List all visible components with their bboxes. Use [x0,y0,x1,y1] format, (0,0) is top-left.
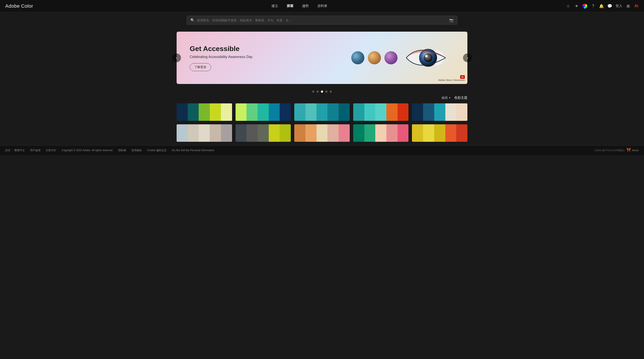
palette-swatch [353,124,364,142]
color-wheel-icon[interactable] [582,4,587,8]
nav-library[interactable]: 資料庫 [318,4,327,8]
palette-card[interactable] [294,124,350,142]
login-button[interactable]: 登入 [616,4,622,8]
palette-swatch [246,103,258,121]
palette-swatch [456,103,468,121]
hero-subtitle: Celebrating Accessibility Awareness Day [190,55,252,59]
help-icon[interactable]: ? [591,4,596,8]
footer: 語言： 繁體中文 用戶論壇 社群方針 Copyright © 2022 Adob… [0,145,644,155]
nav-trends[interactable]: 趨勢 [302,4,309,8]
palette-card[interactable] [236,124,291,142]
footer-lang: 語言： 繁體中文 [5,149,25,152]
palette-swatch [210,124,221,142]
palette-swatch [188,103,199,121]
palette-swatch [269,103,280,121]
svg-point-1 [424,53,432,62]
palette-swatch [375,103,386,121]
hero-section: ‹ Get Accessible Celebrating Accessibili… [176,32,468,84]
chevron-down-icon: ▼ [448,97,451,99]
palette-swatch [445,103,456,121]
palette-swatch [386,124,398,142]
palette-swatch [269,124,280,142]
palette-swatch [176,103,188,121]
hero-balls [351,51,398,64]
palette-swatch [338,124,350,142]
footer-forum-link[interactable]: 用戶論壇 [30,149,40,152]
chat-icon[interactable]: 💬 [607,4,612,8]
hero-content: Get Accessible Celebrating Accessibility… [176,36,266,80]
adobe-label: Adobe [632,149,639,152]
palette-swatch [221,103,232,121]
palette-swatch [236,103,247,121]
nav-create[interactable]: 建立 [272,4,278,8]
nav-explore[interactable]: 探索 [287,4,294,8]
apps-icon[interactable]: ⊞ [626,4,630,8]
palette-swatch [398,103,409,121]
app-logo: Adobe Color [5,3,33,9]
palette-swatch [412,124,423,142]
adobe-icon[interactable]: Ai [634,4,639,8]
search-input[interactable] [197,18,447,22]
dot-1[interactable] [312,90,314,93]
hero-next-button[interactable]: › [463,53,472,62]
palette-swatch [434,103,445,121]
palette-swatch [423,103,434,121]
palette-swatch [316,103,328,121]
adobe-logo-icon [626,148,631,152]
palette-swatch [280,103,291,121]
notification-icon[interactable]: 🔔 [599,4,604,8]
palette-swatch [398,124,409,142]
palette-card[interactable] [353,124,409,142]
header: Adobe Color 建立 探索 趨勢 資料庫 ☆ ☀ ? 🔔 💬 登入 ⊞ … [0,0,644,12]
palette-swatch [199,124,210,142]
dot-4[interactable] [325,90,328,93]
footer-community-link[interactable]: 社群方針 [46,149,56,152]
dot-3[interactable] [321,90,323,93]
palette-swatch [221,124,232,142]
footer-do-not-sell-link[interactable]: Do Not Sell My Personal Information [172,149,214,152]
filter-label: 檢視 [442,96,448,100]
footer-privacy-link[interactable]: 隱私權 [118,149,126,152]
dot-2[interactable] [316,90,319,93]
stock-badge: St [460,75,465,79]
hero-prev-button[interactable]: ‹ [172,53,181,62]
hero-cta-button[interactable]: 了解更多 [190,63,211,71]
palette-card[interactable] [176,124,232,142]
palette-card[interactable] [412,103,468,121]
camera-icon[interactable]: 📷 [449,18,454,22]
footer-cookie-link[interactable]: Cookie 偏好設定 [147,149,166,152]
star-icon[interactable]: ☆ [566,4,571,8]
main-content: ‹ Get Accessible Celebrating Accessibili… [171,32,473,142]
palette-card[interactable] [353,103,409,121]
hero-credit: St Adobe Stock / bloomicon [438,75,465,81]
palette-swatch [386,103,398,121]
palette-swatch [445,124,456,142]
palette-swatch [328,124,338,142]
svg-point-2 [425,55,428,57]
palette-swatch [364,103,376,121]
palette-card[interactable] [294,103,350,121]
dot-5[interactable] [330,90,332,93]
footer-right: CSDN @FIT2CLOUD飛致云 Adobe [594,148,639,152]
adobe-logo-footer: Adobe [626,148,639,152]
lang-link[interactable]: 繁體中文 [14,149,25,152]
footer-terms-link[interactable]: 使用條款 [132,149,142,152]
footer-credit: CSDN @FIT2CLOUD飛致云 [594,149,625,152]
brightness-icon[interactable]: ☀ [574,4,579,8]
palette-grid [176,103,468,142]
palette-swatch [236,124,247,142]
palette-card[interactable] [412,124,468,142]
hero-banner: Get Accessible Celebrating Accessibility… [176,32,468,84]
palette-card[interactable] [176,103,232,121]
filter-dropdown[interactable]: 檢視 ▼ [442,96,451,100]
hero-credit-text: Adobe Stock / bloomicon [438,79,465,81]
palette-swatch [375,124,386,142]
header-actions: ☆ ☀ ? 🔔 💬 登入 ⊞ Ai [566,4,639,8]
section-header: 檢視 ▼ 色彩主題 [176,96,468,100]
hero-title: Get Accessible [190,45,252,53]
palette-swatch [353,103,364,121]
palette-card[interactable] [236,103,291,121]
palette-swatch [280,124,291,142]
palette-swatch [188,124,199,142]
palette-swatch [210,103,221,121]
